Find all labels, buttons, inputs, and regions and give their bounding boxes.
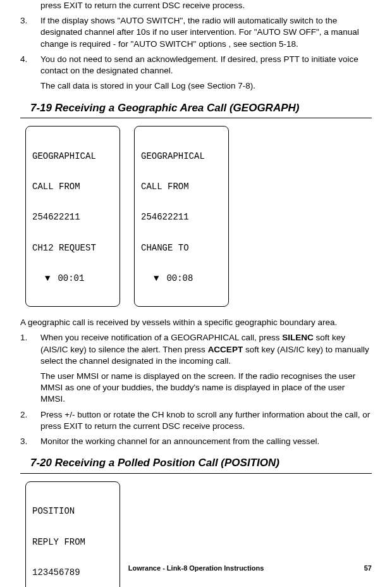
list-item: 4. You do not need to send an acknowledg… [20,54,372,92]
item-text: You do not need to send an acknowledgeme… [40,54,372,77]
item-subtext: The user MMSI or name is displayed on th… [40,371,372,405]
list-item: 3. If the display shows "AUTO SWITCH", t… [20,15,372,50]
section-title-720: 7-20 Receiving a Polled Position Call (P… [20,454,372,474]
item-body: Monitor the working channel for an annou… [40,436,372,447]
item-number: 3. [20,15,40,50]
lcd-time: 00:01 [58,273,84,283]
list-item: 2. Press +/- button or rotate the CH kno… [20,409,372,432]
item-body: When you receive notification of a GEOGR… [40,332,372,405]
item-text: When you receive notification of a GEOGR… [40,332,372,367]
list-item: 3. Monitor the working channel for an an… [20,436,372,447]
page-number: 57 [364,564,372,573]
lcd-screen-2: GEOGRAPHICAL CALL FROM 254622211 CHANGE … [134,126,229,307]
item-number: 1. [20,332,40,405]
lead-paragraph: A geographic call is received by vessels… [20,317,372,328]
lcd-row: GEOGRAPHICAL CALL FROM 254622211 CH12 RE… [20,126,372,307]
lcd-line: GEOGRAPHICAL [32,151,113,161]
item-body: Press +/- button or rotate the CH knob t… [40,409,372,432]
lcd-line: POSITION [32,506,113,516]
continuation-line: press EXIT to return the current DSC rec… [20,0,372,11]
accept-key-label: ACCEPT [208,345,243,354]
lcd-line: 254622211 [32,212,113,222]
lcd-time: 00:08 [166,273,193,283]
lcd-line: REPLY FROM [32,537,113,547]
lcd-line: CALL FROM [141,182,222,192]
lcd-line: 254622211 [141,212,222,222]
lcd-line: CHANGE TO [141,243,222,253]
list-item: 1. When you receive notification of a GE… [20,332,372,405]
lcd-line: CH12 REQUEST [32,243,113,253]
lcd-line: CALL FROM [32,182,113,192]
item-body: If the display shows "AUTO SWITCH", the … [40,15,372,50]
down-arrow-icon: ▼ [154,273,159,283]
item-number: 3. [20,436,40,447]
item-number: 4. [20,54,40,92]
section-title-719: 7-19 Receiving a Geographic Area Call (G… [20,99,372,119]
item-body: You do not need to send an acknowledgeme… [40,54,372,92]
silenc-key-label: SILENC [282,333,314,342]
item-number: 2. [20,409,40,432]
footer-title: Lowrance - Link-8 Operation Instructions [20,564,372,573]
lcd-line: GEOGRAPHICAL [141,151,222,161]
page-footer: Lowrance - Link-8 Operation Instructions… [20,564,372,573]
item-subtext: The call data is stored in your Call Log… [40,80,372,92]
down-arrow-icon: ▼ [45,273,50,283]
lcd-screen-1: GEOGRAPHICAL CALL FROM 254622211 CH12 RE… [25,126,120,307]
